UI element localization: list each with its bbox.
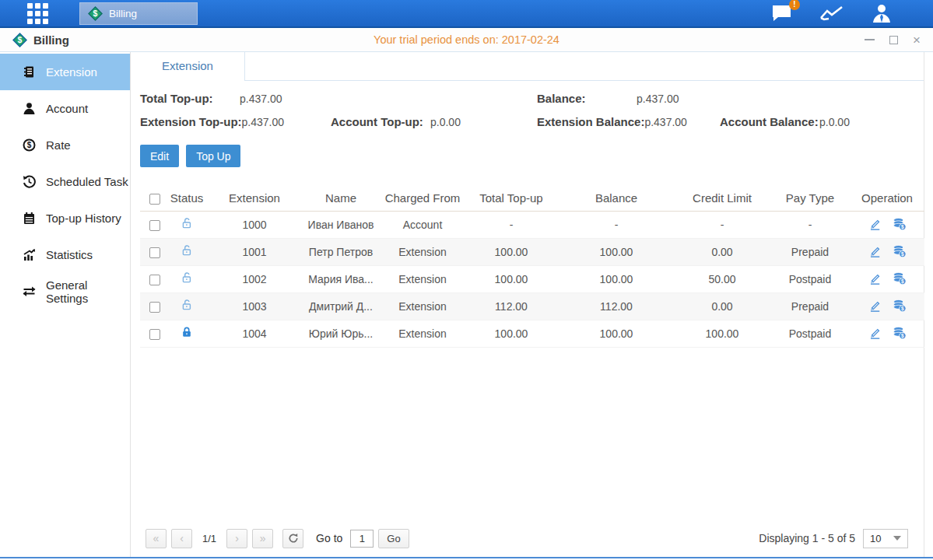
go-button[interactable]: Go <box>378 529 409 548</box>
first-page-button[interactable]: « <box>146 529 167 548</box>
column-header-pay-type: Pay Type <box>770 185 850 211</box>
column-header-status: Status <box>165 185 209 211</box>
svg-text:$: $ <box>18 36 23 44</box>
next-page-button[interactable]: › <box>226 529 247 548</box>
select-all-checkbox[interactable] <box>149 194 160 205</box>
sidebar-item-topup-history[interactable]: Top-up History <box>0 200 130 236</box>
edit-row-button[interactable] <box>868 327 882 340</box>
unlocked-icon <box>181 244 193 257</box>
balance-cell: 112.00 <box>559 292 674 320</box>
refresh-button[interactable] <box>282 529 303 548</box>
summary-panel: Total Top-up:p.437.00 Balance:p.437.00 E… <box>140 92 924 128</box>
user-icon[interactable] <box>871 3 893 23</box>
operation-cell: $ <box>850 238 924 265</box>
ledger-icon <box>23 65 36 79</box>
credit-limit-cell: - <box>674 211 770 238</box>
extension-topup-label: Extension Top-up: <box>140 115 242 128</box>
edit-row-button[interactable] <box>868 245 882 258</box>
column-header-total-topup: Total Top-up <box>464 185 559 211</box>
sidebar-item-rate[interactable]: $ Rate <box>0 127 130 163</box>
row-checkbox[interactable] <box>149 329 160 340</box>
trial-notice: Your trial period ends on: 2017-02-24 <box>0 33 933 46</box>
sidebar-item-extension[interactable]: Extension <box>0 54 130 90</box>
table-header-row: Status Extension Name Charged From Total… <box>140 185 924 211</box>
extension-cell: 1001 <box>209 238 300 265</box>
total-topup-cell: 100.00 <box>464 238 559 265</box>
sliders-icon <box>23 285 36 298</box>
topup-icon: $ <box>893 245 907 258</box>
balance-label: Balance: <box>537 92 637 105</box>
window-title: Billing <box>33 33 69 47</box>
row-checkbox[interactable] <box>149 220 160 231</box>
balance-value: p.437.00 <box>637 93 679 105</box>
billing-diamond-icon: $ <box>12 33 27 47</box>
status-cell <box>165 292 209 320</box>
minimize-button[interactable] <box>865 39 875 40</box>
topup-button[interactable]: Top Up <box>186 145 240 167</box>
sidebar-item-general-settings[interactable]: General Settings <box>0 273 130 310</box>
topup-row-button[interactable]: $ <box>893 245 907 258</box>
calendar-icon <box>23 212 36 225</box>
sidebar: Extension Account $ Rate Scheduled Task … <box>0 52 131 557</box>
window-titlebar: $ Billing Your trial period ends on: 201… <box>0 28 933 52</box>
sidebar-item-statistics[interactable]: Statistics <box>0 236 130 273</box>
messages-icon[interactable]: ! <box>770 4 793 23</box>
column-header-extension: Extension <box>209 185 300 211</box>
goto-page-input[interactable] <box>350 530 374 548</box>
prev-page-button[interactable]: ‹ <box>171 529 192 548</box>
last-page-button[interactable]: » <box>252 529 273 548</box>
displaying-text: Displaying 1 - 5 of 5 <box>759 532 855 544</box>
sidebar-item-label: General Settings <box>46 278 130 305</box>
topup-icon: $ <box>893 299 907 313</box>
account-topup-value: p.0.00 <box>430 116 461 128</box>
taskbar-tab-billing[interactable]: $ Billing <box>79 2 198 25</box>
maximize-button[interactable] <box>889 36 898 44</box>
account-balance-label: Account Balance: <box>720 115 819 128</box>
page-indicator: 1/1 <box>202 533 216 544</box>
edit-row-button[interactable] <box>868 272 882 285</box>
operation-cell: $ <box>850 265 924 292</box>
balance-cell: 100.00 <box>559 265 674 292</box>
sidebar-item-scheduled-task[interactable]: Scheduled Task <box>0 163 130 200</box>
balance-cell: - <box>559 211 674 238</box>
status-cell <box>165 265 209 292</box>
reports-chart-icon[interactable] <box>819 4 844 23</box>
history-clock-icon <box>23 175 36 188</box>
row-checkbox[interactable] <box>149 247 160 258</box>
edit-row-button[interactable] <box>868 218 882 231</box>
page-size-select[interactable]: 10 <box>863 529 908 548</box>
edit-row-button[interactable] <box>868 299 882 313</box>
credit-limit-cell: 0.00 <box>674 292 770 320</box>
extension-cell: 1004 <box>209 320 300 347</box>
pay-type-cell: - <box>770 211 850 238</box>
tab-extension[interactable]: Extension <box>131 52 245 81</box>
tab-strip: Extension <box>131 52 924 81</box>
column-header-operation: Operation <box>850 185 924 211</box>
topup-row-button[interactable]: $ <box>893 327 907 340</box>
pagination-bar: « ‹ 1/1 › » Go to Go Displaying 1 - 5 of… <box>146 527 908 549</box>
extension-cell: 1002 <box>209 265 300 292</box>
row-checkbox[interactable] <box>149 275 160 285</box>
account-balance-value: p.0.00 <box>819 116 850 128</box>
topup-row-button[interactable]: $ <box>893 218 907 231</box>
status-cell <box>165 238 209 265</box>
unlocked-icon <box>181 271 193 284</box>
edit-button[interactable]: Edit <box>140 145 179 167</box>
name-cell: Иван Иванов <box>300 211 381 238</box>
topup-row-button[interactable]: $ <box>893 299 907 313</box>
close-button[interactable]: × <box>913 36 921 44</box>
table-row: 1001Петр ПетровExtension100.00100.000.00… <box>140 238 924 265</box>
table-row: 1003Дмитрий Д...Extension112.00112.000.0… <box>140 292 924 320</box>
credit-limit-cell: 0.00 <box>674 238 770 265</box>
desktop-topbar: $ Billing ! <box>0 0 933 28</box>
charged-from-cell: Extension <box>381 238 464 265</box>
column-header-charged-from: Charged From <box>381 185 464 211</box>
sidebar-item-label: Statistics <box>46 248 93 261</box>
topup-row-button[interactable]: $ <box>893 272 907 285</box>
operation-cell: $ <box>850 292 924 320</box>
row-checkbox[interactable] <box>149 302 160 313</box>
sidebar-item-account[interactable]: Account <box>0 90 130 127</box>
svg-text:$: $ <box>901 278 904 285</box>
app-grid-icon[interactable] <box>27 3 48 24</box>
extension-table: Status Extension Name Charged From Total… <box>140 185 924 348</box>
